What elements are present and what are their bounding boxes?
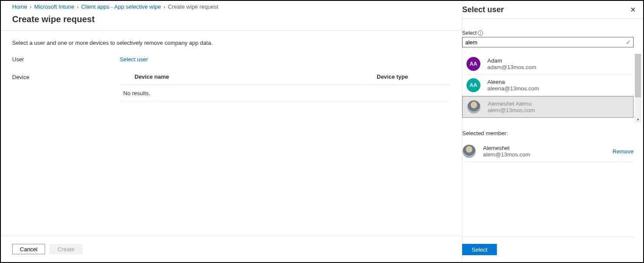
breadcrumb: Home › Microsoft Intune › Client apps - … (1, 1, 462, 12)
breadcrumb-client-apps[interactable]: Client apps - App selective wipe (81, 3, 161, 10)
panel-title: Select user (462, 5, 504, 14)
page-title: Create wipe request (1, 12, 462, 30)
selected-member-row: Alemeshet alem@13mos.com Remove (462, 141, 634, 162)
panel-body: Select i ✓ AAAdamadam@13mos.comAAAleenaa… (462, 19, 643, 262)
user-label: User (12, 55, 120, 63)
select-user-panel: Select user ✕ Select i ✓ AAAdamadam@13mo… (462, 1, 643, 262)
content-body: Select a user and one or more devices to… (1, 31, 462, 236)
scrollbar[interactable]: ▾ (634, 53, 641, 123)
intro-text: Select a user and one or more devices to… (12, 40, 450, 46)
main-pane: Home › Microsoft Intune › Client apps - … (1, 1, 462, 262)
footer-bar: Cancel Create (1, 236, 462, 262)
remove-button[interactable]: Remove (613, 148, 634, 155)
chevron-right-icon: › (77, 4, 79, 10)
select-button[interactable]: Select (462, 244, 497, 255)
breadcrumb-current: Create wipe request (168, 3, 218, 10)
info-icon[interactable]: i (478, 30, 483, 36)
user-email: adam@13mos.com (487, 64, 536, 70)
cancel-button[interactable]: Cancel (12, 244, 45, 254)
user-email: aleena@13mos.com (487, 85, 539, 92)
avatar: AA (467, 57, 480, 71)
create-button: Create (49, 244, 82, 254)
user-name: Aleena (487, 79, 539, 85)
user-name: Adam (487, 57, 536, 64)
device-row: Device Device name Device type No result… (12, 73, 450, 102)
list-item[interactable]: AAAleenaaleena@13mos.com (462, 75, 634, 96)
scrollbar-thumb[interactable] (635, 54, 641, 97)
avatar (467, 100, 481, 114)
search-input[interactable] (462, 37, 634, 47)
check-icon: ✓ (626, 39, 631, 46)
selected-member-heading: Selected member: (462, 130, 634, 136)
breadcrumb-home[interactable]: Home (12, 3, 27, 10)
col-device-name[interactable]: Device name (121, 73, 362, 85)
selected-email: alem@13mos.com (483, 151, 606, 158)
user-row: User Select user (12, 55, 450, 64)
table-row: No results. (121, 86, 450, 101)
panel-footer: Select (462, 236, 634, 262)
list-item[interactable]: Alemeshet Alemualem@13mos.com (462, 96, 634, 118)
search-label: Select i (462, 30, 634, 36)
select-user-link[interactable]: Select user (120, 55, 148, 64)
avatar (462, 144, 476, 158)
no-results-text: No results. (121, 86, 450, 101)
user-name: Alemeshet Alemu (488, 100, 535, 107)
results-wrap: AAAdamadam@13mos.comAAAleenaaleena@13mos… (462, 53, 634, 118)
results-list: AAAdamadam@13mos.comAAAleenaaleena@13mos… (462, 53, 634, 118)
chevron-right-icon: › (30, 4, 32, 10)
chevron-right-icon: › (164, 4, 165, 10)
search-wrap: ✓ (462, 37, 634, 47)
list-item[interactable]: AAAdamadam@13mos.com (462, 53, 634, 75)
device-label: Device (12, 73, 120, 80)
col-device-type[interactable]: Device type (363, 73, 450, 85)
user-email: alem@13mos.com (488, 107, 535, 113)
search-label-text: Select (462, 30, 476, 36)
avatar: AA (467, 78, 480, 92)
panel-header: Select user ✕ (462, 1, 643, 19)
breadcrumb-intune[interactable]: Microsoft Intune (34, 3, 75, 10)
close-icon[interactable]: ✕ (627, 3, 639, 16)
scroll-down-icon[interactable]: ▾ (634, 116, 641, 123)
selected-name: Alemeshet (483, 145, 606, 151)
device-table: Device name Device type No results. (120, 73, 450, 102)
